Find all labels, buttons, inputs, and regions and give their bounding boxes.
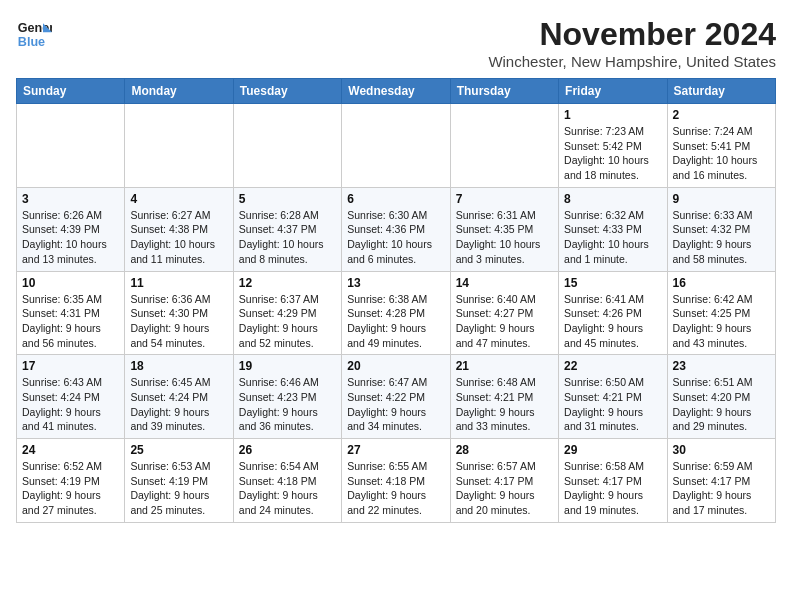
calendar-cell [342, 104, 450, 188]
day-header-sunday: Sunday [17, 79, 125, 104]
day-number: 1 [564, 108, 661, 122]
calendar-cell: 6Sunrise: 6:30 AM Sunset: 4:36 PM Daylig… [342, 187, 450, 271]
day-number: 28 [456, 443, 553, 457]
day-number: 15 [564, 276, 661, 290]
calendar-cell: 12Sunrise: 6:37 AM Sunset: 4:29 PM Dayli… [233, 271, 341, 355]
calendar-cell: 26Sunrise: 6:54 AM Sunset: 4:18 PM Dayli… [233, 439, 341, 523]
calendar-cell: 24Sunrise: 6:52 AM Sunset: 4:19 PM Dayli… [17, 439, 125, 523]
calendar-cell [233, 104, 341, 188]
calendar-cell: 29Sunrise: 6:58 AM Sunset: 4:17 PM Dayli… [559, 439, 667, 523]
day-info: Sunrise: 7:24 AM Sunset: 5:41 PM Dayligh… [673, 124, 770, 183]
week-row-4: 17Sunrise: 6:43 AM Sunset: 4:24 PM Dayli… [17, 355, 776, 439]
day-info: Sunrise: 6:52 AM Sunset: 4:19 PM Dayligh… [22, 459, 119, 518]
calendar-cell: 19Sunrise: 6:46 AM Sunset: 4:23 PM Dayli… [233, 355, 341, 439]
day-info: Sunrise: 6:40 AM Sunset: 4:27 PM Dayligh… [456, 292, 553, 351]
day-number: 29 [564, 443, 661, 457]
calendar-cell: 3Sunrise: 6:26 AM Sunset: 4:39 PM Daylig… [17, 187, 125, 271]
week-row-3: 10Sunrise: 6:35 AM Sunset: 4:31 PM Dayli… [17, 271, 776, 355]
calendar-cell [450, 104, 558, 188]
calendar-cell: 28Sunrise: 6:57 AM Sunset: 4:17 PM Dayli… [450, 439, 558, 523]
day-info: Sunrise: 6:58 AM Sunset: 4:17 PM Dayligh… [564, 459, 661, 518]
logo-icon: General Blue [16, 16, 52, 52]
day-number: 21 [456, 359, 553, 373]
day-info: Sunrise: 6:27 AM Sunset: 4:38 PM Dayligh… [130, 208, 227, 267]
day-number: 3 [22, 192, 119, 206]
calendar-table: SundayMondayTuesdayWednesdayThursdayFrid… [16, 78, 776, 523]
day-number: 10 [22, 276, 119, 290]
day-header-thursday: Thursday [450, 79, 558, 104]
location-title: Winchester, New Hampshire, United States [488, 53, 776, 70]
day-info: Sunrise: 6:30 AM Sunset: 4:36 PM Dayligh… [347, 208, 444, 267]
day-info: Sunrise: 6:33 AM Sunset: 4:32 PM Dayligh… [673, 208, 770, 267]
day-info: Sunrise: 6:36 AM Sunset: 4:30 PM Dayligh… [130, 292, 227, 351]
title-block: November 2024 Winchester, New Hampshire,… [488, 16, 776, 70]
calendar-cell [125, 104, 233, 188]
day-number: 26 [239, 443, 336, 457]
day-number: 20 [347, 359, 444, 373]
day-info: Sunrise: 6:38 AM Sunset: 4:28 PM Dayligh… [347, 292, 444, 351]
day-number: 25 [130, 443, 227, 457]
calendar-cell: 18Sunrise: 6:45 AM Sunset: 4:24 PM Dayli… [125, 355, 233, 439]
day-info: Sunrise: 6:37 AM Sunset: 4:29 PM Dayligh… [239, 292, 336, 351]
day-number: 18 [130, 359, 227, 373]
day-number: 17 [22, 359, 119, 373]
calendar-cell: 30Sunrise: 6:59 AM Sunset: 4:17 PM Dayli… [667, 439, 775, 523]
calendar-cell: 5Sunrise: 6:28 AM Sunset: 4:37 PM Daylig… [233, 187, 341, 271]
day-header-tuesday: Tuesday [233, 79, 341, 104]
day-info: Sunrise: 6:35 AM Sunset: 4:31 PM Dayligh… [22, 292, 119, 351]
calendar-cell: 9Sunrise: 6:33 AM Sunset: 4:32 PM Daylig… [667, 187, 775, 271]
logo: General Blue [16, 16, 52, 52]
day-number: 5 [239, 192, 336, 206]
day-info: Sunrise: 7:23 AM Sunset: 5:42 PM Dayligh… [564, 124, 661, 183]
day-number: 23 [673, 359, 770, 373]
day-header-friday: Friday [559, 79, 667, 104]
calendar-cell: 14Sunrise: 6:40 AM Sunset: 4:27 PM Dayli… [450, 271, 558, 355]
calendar-cell: 21Sunrise: 6:48 AM Sunset: 4:21 PM Dayli… [450, 355, 558, 439]
calendar-cell: 1Sunrise: 7:23 AM Sunset: 5:42 PM Daylig… [559, 104, 667, 188]
month-title: November 2024 [488, 16, 776, 53]
day-info: Sunrise: 6:45 AM Sunset: 4:24 PM Dayligh… [130, 375, 227, 434]
day-info: Sunrise: 6:54 AM Sunset: 4:18 PM Dayligh… [239, 459, 336, 518]
calendar-cell: 20Sunrise: 6:47 AM Sunset: 4:22 PM Dayli… [342, 355, 450, 439]
day-header-monday: Monday [125, 79, 233, 104]
day-info: Sunrise: 6:53 AM Sunset: 4:19 PM Dayligh… [130, 459, 227, 518]
days-header-row: SundayMondayTuesdayWednesdayThursdayFrid… [17, 79, 776, 104]
calendar-cell: 7Sunrise: 6:31 AM Sunset: 4:35 PM Daylig… [450, 187, 558, 271]
day-header-wednesday: Wednesday [342, 79, 450, 104]
calendar-cell: 23Sunrise: 6:51 AM Sunset: 4:20 PM Dayli… [667, 355, 775, 439]
day-number: 24 [22, 443, 119, 457]
day-info: Sunrise: 6:57 AM Sunset: 4:17 PM Dayligh… [456, 459, 553, 518]
day-info: Sunrise: 6:26 AM Sunset: 4:39 PM Dayligh… [22, 208, 119, 267]
day-info: Sunrise: 6:47 AM Sunset: 4:22 PM Dayligh… [347, 375, 444, 434]
day-info: Sunrise: 6:42 AM Sunset: 4:25 PM Dayligh… [673, 292, 770, 351]
calendar-cell: 15Sunrise: 6:41 AM Sunset: 4:26 PM Dayli… [559, 271, 667, 355]
calendar-cell: 4Sunrise: 6:27 AM Sunset: 4:38 PM Daylig… [125, 187, 233, 271]
svg-text:Blue: Blue [18, 35, 45, 49]
week-row-2: 3Sunrise: 6:26 AM Sunset: 4:39 PM Daylig… [17, 187, 776, 271]
day-info: Sunrise: 6:46 AM Sunset: 4:23 PM Dayligh… [239, 375, 336, 434]
day-info: Sunrise: 6:55 AM Sunset: 4:18 PM Dayligh… [347, 459, 444, 518]
calendar-cell: 10Sunrise: 6:35 AM Sunset: 4:31 PM Dayli… [17, 271, 125, 355]
week-row-1: 1Sunrise: 7:23 AM Sunset: 5:42 PM Daylig… [17, 104, 776, 188]
day-info: Sunrise: 6:48 AM Sunset: 4:21 PM Dayligh… [456, 375, 553, 434]
day-info: Sunrise: 6:32 AM Sunset: 4:33 PM Dayligh… [564, 208, 661, 267]
week-row-5: 24Sunrise: 6:52 AM Sunset: 4:19 PM Dayli… [17, 439, 776, 523]
calendar-cell: 11Sunrise: 6:36 AM Sunset: 4:30 PM Dayli… [125, 271, 233, 355]
day-info: Sunrise: 6:43 AM Sunset: 4:24 PM Dayligh… [22, 375, 119, 434]
calendar-cell: 22Sunrise: 6:50 AM Sunset: 4:21 PM Dayli… [559, 355, 667, 439]
calendar-cell [17, 104, 125, 188]
day-info: Sunrise: 6:41 AM Sunset: 4:26 PM Dayligh… [564, 292, 661, 351]
day-info: Sunrise: 6:51 AM Sunset: 4:20 PM Dayligh… [673, 375, 770, 434]
day-number: 16 [673, 276, 770, 290]
day-number: 27 [347, 443, 444, 457]
header: General Blue November 2024 Winchester, N… [16, 16, 776, 70]
calendar-cell: 17Sunrise: 6:43 AM Sunset: 4:24 PM Dayli… [17, 355, 125, 439]
day-number: 11 [130, 276, 227, 290]
day-info: Sunrise: 6:28 AM Sunset: 4:37 PM Dayligh… [239, 208, 336, 267]
calendar-cell: 13Sunrise: 6:38 AM Sunset: 4:28 PM Dayli… [342, 271, 450, 355]
calendar-cell: 16Sunrise: 6:42 AM Sunset: 4:25 PM Dayli… [667, 271, 775, 355]
day-number: 7 [456, 192, 553, 206]
day-number: 2 [673, 108, 770, 122]
day-number: 12 [239, 276, 336, 290]
calendar-cell: 8Sunrise: 6:32 AM Sunset: 4:33 PM Daylig… [559, 187, 667, 271]
